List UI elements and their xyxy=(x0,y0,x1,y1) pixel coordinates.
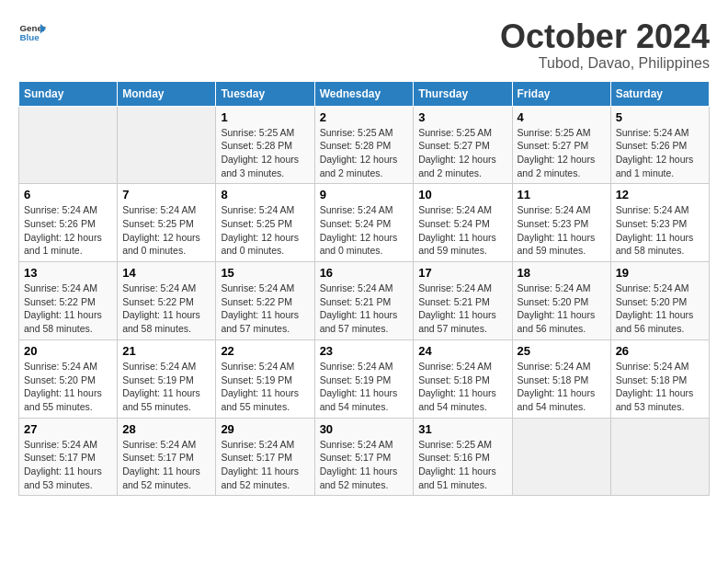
calendar-week-row: 1Sunrise: 5:25 AMSunset: 5:28 PMDaylight… xyxy=(19,106,710,184)
calendar-cell: 16Sunrise: 5:24 AMSunset: 5:21 PMDayligh… xyxy=(314,262,414,340)
calendar-cell: 10Sunrise: 5:24 AMSunset: 5:24 PMDayligh… xyxy=(414,184,512,262)
day-number: 28 xyxy=(122,422,210,436)
day-number: 14 xyxy=(122,266,210,280)
calendar-cell: 18Sunrise: 5:24 AMSunset: 5:20 PMDayligh… xyxy=(512,262,610,340)
day-detail: Sunrise: 5:24 AMSunset: 5:20 PMDaylight:… xyxy=(24,360,112,414)
calendar-cell: 21Sunrise: 5:24 AMSunset: 5:19 PMDayligh… xyxy=(118,339,216,418)
calendar-cell: 11Sunrise: 5:24 AMSunset: 5:23 PMDayligh… xyxy=(512,184,610,262)
day-number: 26 xyxy=(616,344,704,358)
calendar-header: SundayMondayTuesdayWednesdayThursdayFrid… xyxy=(19,81,710,106)
day-detail: Sunrise: 5:24 AMSunset: 5:25 PMDaylight:… xyxy=(122,203,210,258)
calendar-cell: 8Sunrise: 5:24 AMSunset: 5:25 PMDaylight… xyxy=(216,184,314,262)
day-number: 29 xyxy=(221,422,309,436)
day-detail: Sunrise: 5:24 AMSunset: 5:22 PMDaylight:… xyxy=(24,282,112,336)
calendar-cell: 22Sunrise: 5:24 AMSunset: 5:19 PMDayligh… xyxy=(216,339,314,418)
day-detail: Sunrise: 5:24 AMSunset: 5:17 PMDaylight:… xyxy=(221,438,309,492)
day-number: 17 xyxy=(418,266,506,280)
day-detail: Sunrise: 5:25 AMSunset: 5:16 PMDaylight:… xyxy=(418,438,506,492)
title-block: October 2024 Tubod, Davao, Philippines xyxy=(500,18,710,72)
calendar-cell: 4Sunrise: 5:25 AMSunset: 5:27 PMDaylight… xyxy=(512,106,610,184)
logo-icon: General Blue xyxy=(18,18,46,46)
day-detail: Sunrise: 5:24 AMSunset: 5:19 PMDaylight:… xyxy=(221,360,309,414)
day-number: 21 xyxy=(122,344,210,358)
day-detail: Sunrise: 5:24 AMSunset: 5:18 PMDaylight:… xyxy=(518,360,606,414)
calendar-cell: 15Sunrise: 5:24 AMSunset: 5:22 PMDayligh… xyxy=(216,262,314,340)
day-number: 22 xyxy=(221,344,309,358)
day-detail: Sunrise: 5:24 AMSunset: 5:17 PMDaylight:… xyxy=(320,438,409,492)
day-number: 2 xyxy=(320,110,409,124)
calendar-cell: 30Sunrise: 5:24 AMSunset: 5:17 PMDayligh… xyxy=(314,418,414,496)
day-number: 18 xyxy=(518,266,606,280)
calendar-cell: 25Sunrise: 5:24 AMSunset: 5:18 PMDayligh… xyxy=(512,339,610,418)
calendar-week-row: 27Sunrise: 5:24 AMSunset: 5:17 PMDayligh… xyxy=(19,418,710,496)
calendar-body: 1Sunrise: 5:25 AMSunset: 5:28 PMDaylight… xyxy=(19,106,710,496)
day-number: 16 xyxy=(320,266,409,280)
day-detail: Sunrise: 5:24 AMSunset: 5:25 PMDaylight:… xyxy=(221,203,309,258)
day-detail: Sunrise: 5:25 AMSunset: 5:28 PMDaylight:… xyxy=(320,126,409,180)
day-of-week-header: Thursday xyxy=(414,81,512,106)
day-number: 27 xyxy=(24,422,112,436)
calendar-cell: 19Sunrise: 5:24 AMSunset: 5:20 PMDayligh… xyxy=(610,262,709,340)
day-detail: Sunrise: 5:24 AMSunset: 5:20 PMDaylight:… xyxy=(616,282,704,336)
page-subtitle: Tubod, Davao, Philippines xyxy=(500,55,710,72)
calendar-cell: 28Sunrise: 5:24 AMSunset: 5:17 PMDayligh… xyxy=(118,418,216,496)
day-number: 5 xyxy=(616,110,704,124)
calendar-cell: 12Sunrise: 5:24 AMSunset: 5:23 PMDayligh… xyxy=(610,184,709,262)
day-number: 23 xyxy=(320,344,409,358)
day-number: 10 xyxy=(418,188,506,201)
day-of-week-header: Tuesday xyxy=(216,81,314,106)
day-number: 19 xyxy=(616,266,704,280)
day-detail: Sunrise: 5:24 AMSunset: 5:22 PMDaylight:… xyxy=(122,282,210,336)
calendar-cell: 7Sunrise: 5:24 AMSunset: 5:25 PMDaylight… xyxy=(118,184,216,262)
day-detail: Sunrise: 5:24 AMSunset: 5:24 PMDaylight:… xyxy=(320,203,409,258)
day-number: 20 xyxy=(24,344,112,358)
day-detail: Sunrise: 5:24 AMSunset: 5:26 PMDaylight:… xyxy=(24,203,112,258)
day-detail: Sunrise: 5:24 AMSunset: 5:19 PMDaylight:… xyxy=(320,360,409,414)
calendar-cell: 26Sunrise: 5:24 AMSunset: 5:18 PMDayligh… xyxy=(610,339,709,418)
day-detail: Sunrise: 5:24 AMSunset: 5:19 PMDaylight:… xyxy=(122,360,210,414)
calendar-cell: 14Sunrise: 5:24 AMSunset: 5:22 PMDayligh… xyxy=(118,262,216,340)
calendar-cell xyxy=(512,418,610,496)
day-number: 4 xyxy=(518,110,606,124)
calendar-cell: 29Sunrise: 5:24 AMSunset: 5:17 PMDayligh… xyxy=(216,418,314,496)
day-detail: Sunrise: 5:24 AMSunset: 5:17 PMDaylight:… xyxy=(122,438,210,492)
calendar-cell: 17Sunrise: 5:24 AMSunset: 5:21 PMDayligh… xyxy=(414,262,512,340)
day-detail: Sunrise: 5:25 AMSunset: 5:27 PMDaylight:… xyxy=(518,126,606,180)
day-detail: Sunrise: 5:24 AMSunset: 5:23 PMDaylight:… xyxy=(616,203,704,258)
day-number: 15 xyxy=(221,266,309,280)
day-of-week-header: Friday xyxy=(512,81,610,106)
day-detail: Sunrise: 5:24 AMSunset: 5:18 PMDaylight:… xyxy=(616,360,704,414)
day-detail: Sunrise: 5:24 AMSunset: 5:21 PMDaylight:… xyxy=(418,282,506,336)
day-of-week-header: Saturday xyxy=(610,81,709,106)
calendar-cell: 20Sunrise: 5:24 AMSunset: 5:20 PMDayligh… xyxy=(19,339,118,418)
day-number: 30 xyxy=(320,422,409,436)
calendar-cell: 23Sunrise: 5:24 AMSunset: 5:19 PMDayligh… xyxy=(314,339,414,418)
day-number: 25 xyxy=(518,344,606,358)
day-number: 31 xyxy=(418,422,506,436)
day-number: 7 xyxy=(122,188,210,201)
day-of-week-header: Sunday xyxy=(19,81,118,106)
day-number: 6 xyxy=(24,188,112,201)
calendar-cell: 1Sunrise: 5:25 AMSunset: 5:28 PMDaylight… xyxy=(216,106,314,184)
day-number: 8 xyxy=(221,188,309,201)
calendar-cell: 13Sunrise: 5:24 AMSunset: 5:22 PMDayligh… xyxy=(19,262,118,340)
calendar-week-row: 6Sunrise: 5:24 AMSunset: 5:26 PMDaylight… xyxy=(19,184,710,262)
day-detail: Sunrise: 5:24 AMSunset: 5:20 PMDaylight:… xyxy=(518,282,606,336)
day-detail: Sunrise: 5:24 AMSunset: 5:24 PMDaylight:… xyxy=(418,203,506,258)
calendar-cell: 31Sunrise: 5:25 AMSunset: 5:16 PMDayligh… xyxy=(414,418,512,496)
calendar-cell xyxy=(19,106,118,184)
day-number: 13 xyxy=(24,266,112,280)
day-number: 9 xyxy=(320,188,409,201)
day-detail: Sunrise: 5:24 AMSunset: 5:17 PMDaylight:… xyxy=(24,438,112,492)
day-of-week-header: Wednesday xyxy=(314,81,414,106)
day-number: 12 xyxy=(616,188,704,201)
page-header: General Blue October 2024 Tubod, Davao, … xyxy=(18,18,710,72)
day-detail: Sunrise: 5:24 AMSunset: 5:21 PMDaylight:… xyxy=(320,282,409,336)
svg-text:Blue: Blue xyxy=(20,32,40,42)
day-number: 24 xyxy=(418,344,506,358)
day-number: 1 xyxy=(221,110,309,124)
calendar-week-row: 13Sunrise: 5:24 AMSunset: 5:22 PMDayligh… xyxy=(19,262,710,340)
day-detail: Sunrise: 5:24 AMSunset: 5:23 PMDaylight:… xyxy=(518,203,606,258)
calendar-cell: 27Sunrise: 5:24 AMSunset: 5:17 PMDayligh… xyxy=(19,418,118,496)
day-detail: Sunrise: 5:24 AMSunset: 5:26 PMDaylight:… xyxy=(616,126,704,180)
